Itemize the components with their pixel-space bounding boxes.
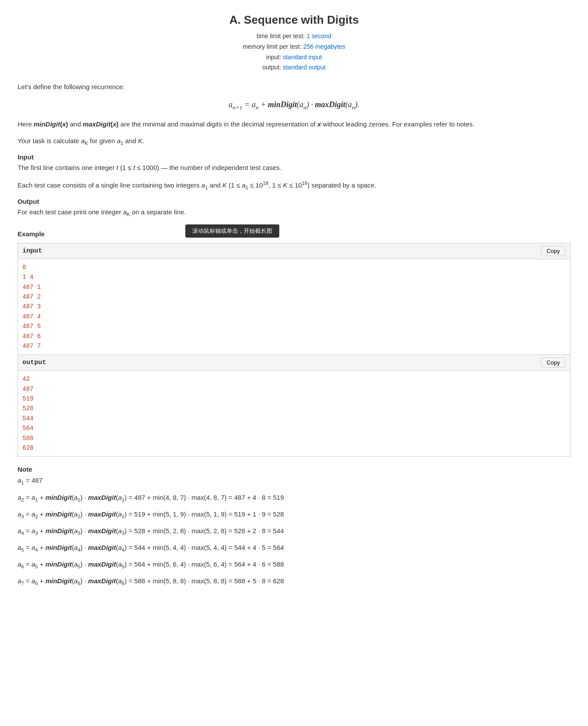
output-box-content: 42 487 519 528 544 564 588 628 — [18, 371, 570, 456]
note-line-a5: a5 = a4 + minDigit(a4) · maxDigit(a4) = … — [18, 542, 570, 554]
output-box: output Copy 42 487 519 528 544 564 588 6… — [18, 355, 570, 457]
note-line-a7: a7 = a6 + minDigit(a6) · maxDigit(a6) = … — [18, 575, 570, 588]
input-box-header: input Copy — [18, 243, 570, 259]
output-copy-button[interactable]: Copy — [541, 358, 566, 368]
memory-limit: memory limit per test: 256 megabytes — [18, 42, 570, 52]
note-a1: a1 = 487 — [18, 475, 570, 487]
page-title: A. Sequence with Digits — [18, 13, 570, 27]
description1: Here minDigit(x) and maxDigit(x) are the… — [18, 119, 570, 130]
output-box-label: output — [22, 359, 46, 366]
input-line1: The first line contains one integer t (1… — [18, 163, 570, 173]
note-line-a4: a4 = a3 + minDigit(a3) · maxDigit(a3) = … — [18, 525, 570, 538]
time-limit-value: 1 second — [307, 33, 332, 40]
output-line1: For each test case print one integer aK … — [18, 207, 570, 218]
input-type-value: standard input — [283, 54, 322, 61]
input-type: input: standard input — [18, 52, 570, 63]
note-line-a3: a3 = a2 + minDigit(a2) · maxDigit(a2) = … — [18, 509, 570, 521]
example-wrapper: Example 滚动鼠标轴或单击，开始截长图 input Copy 8 1 4 … — [18, 224, 570, 457]
output-heading: Output — [18, 198, 570, 205]
input-box-label: input — [22, 247, 42, 255]
output-box-header: output Copy — [18, 355, 570, 371]
formula-block: an+1 = an + minDigit(an) · maxDigit(an). — [18, 100, 570, 111]
input-line2: Each test case consists of a single line… — [18, 179, 570, 191]
output-section: Output For each test case print one inte… — [18, 198, 570, 218]
note-line-a2: a2 = a1 + minDigit(a1) · maxDigit(a1) = … — [18, 492, 570, 504]
time-limit: time limit per test: 1 second — [18, 31, 570, 42]
input-heading: Input — [18, 153, 570, 161]
output-type: output: standard output — [18, 62, 570, 73]
memory-limit-value: 256 megabytes — [303, 43, 345, 50]
input-box-content: 8 1 4 487 1 487 2 487 3 487 4 487 5 487 … — [18, 259, 570, 355]
example-label: Example — [18, 230, 45, 238]
description2: Your task is calculate aK for given a1 a… — [18, 136, 570, 147]
input-section: Input The first line contains one intege… — [18, 153, 570, 191]
intro-text: Let's define the following recurrence: — [18, 82, 570, 92]
tooltip-bar: 滚动鼠标轴或单击，开始截长图 — [185, 224, 279, 238]
output-type-value: standard output — [283, 64, 325, 71]
note-section: Note a1 = 487 a2 = a1 + minDigit(a1) · m… — [18, 466, 570, 588]
meta-info: time limit per test: 1 second memory lim… — [18, 31, 570, 73]
note-heading: Note — [18, 466, 570, 473]
note-line-a6: a6 = a5 + minDigit(a5) · maxDigit(a5) = … — [18, 559, 570, 571]
input-copy-button[interactable]: Copy — [541, 246, 566, 256]
input-box: input Copy 8 1 4 487 1 487 2 487 3 487 4… — [18, 243, 570, 355]
